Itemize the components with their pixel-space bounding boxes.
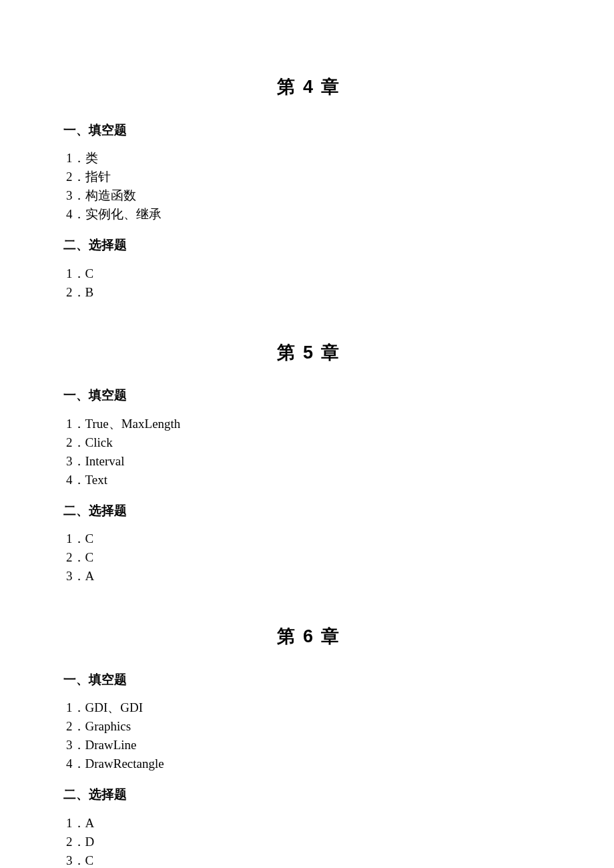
section-heading: 二、选择题 (63, 236, 554, 255)
answer-item: 1．A (66, 814, 554, 833)
answer-item: 1．类 (66, 149, 554, 168)
spacer (63, 595, 554, 616)
answer-list: 1．类 2．指针 3．构造函数 4．实例化、继承 (63, 149, 554, 224)
chapter-title: 第 4 章 (63, 73, 554, 101)
answer-item: 2．D (66, 833, 554, 851)
answer-item: 3．Interval (66, 452, 554, 471)
section-heading: 二、选择题 (63, 501, 554, 521)
answer-item: 2．指针 (66, 168, 554, 186)
answer-item: 2．C (66, 548, 554, 567)
answer-list: 1．C 2．B (63, 264, 554, 302)
section-heading: 二、选择题 (63, 785, 554, 805)
answer-item: 1．C (66, 529, 554, 548)
section-heading: 一、填空题 (63, 386, 554, 405)
answer-list: 1．C 2．C 3．A (63, 529, 554, 586)
chapter-title: 第 5 章 (63, 339, 554, 367)
answer-item: 2．Click (66, 433, 554, 452)
chapter-title: 第 6 章 (63, 623, 554, 650)
answer-item: 1．GDI、GDI (66, 698, 554, 717)
answer-item: 4．Text (66, 471, 554, 489)
answer-item: 3．A (66, 567, 554, 586)
answer-item: 4．DrawRectangle (66, 754, 554, 773)
answer-item: 1．C (66, 264, 554, 283)
answer-item: 3．构造函数 (66, 186, 554, 205)
answer-item: 2．B (66, 283, 554, 302)
spacer (63, 311, 554, 333)
answer-item: 2．Graphics (66, 717, 554, 736)
answer-list: 1．A 2．D 3．C (63, 814, 554, 869)
answer-item: 4．实例化、继承 (66, 205, 554, 224)
answer-list: 1．GDI、GDI 2．Graphics 3．DrawLine 4．DrawRe… (63, 698, 554, 773)
answer-item: 3．DrawLine (66, 736, 554, 754)
answer-list: 1．True、MaxLength 2．Click 3．Interval 4．Te… (63, 415, 554, 489)
section-heading: 一、填空题 (63, 670, 554, 690)
section-heading: 一、填空题 (63, 121, 554, 140)
answer-item: 1．True、MaxLength (66, 415, 554, 433)
document-page: 第 4 章 一、填空题 1．类 2．指针 3．构造函数 4．实例化、继承 二、选… (0, 0, 614, 868)
answer-item: 3．C (66, 851, 554, 869)
